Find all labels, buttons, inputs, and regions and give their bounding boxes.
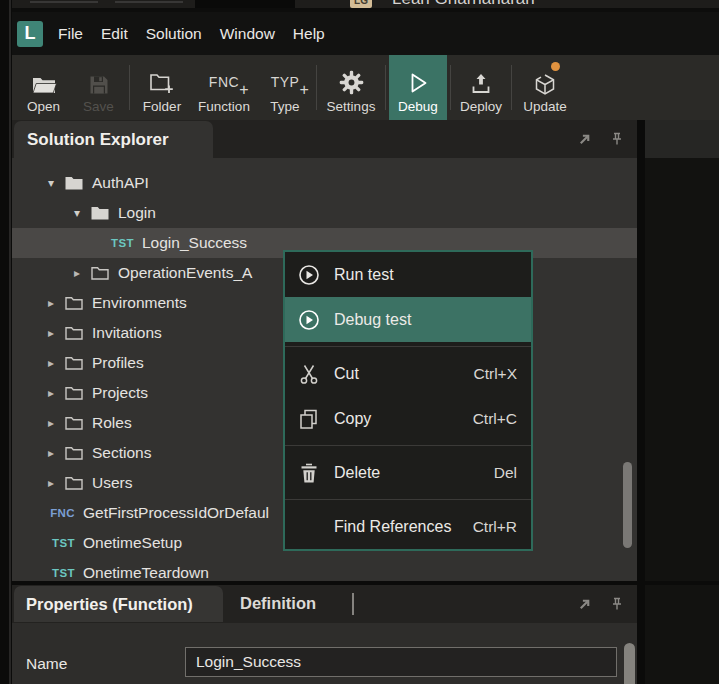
update-button[interactable]: Update: [515, 55, 575, 120]
chevron-right-icon[interactable]: ▸: [48, 416, 65, 430]
chevron-right-icon[interactable]: ▸: [48, 476, 65, 490]
tree-item-label: Environments: [92, 294, 187, 312]
name-input[interactable]: [185, 647, 617, 677]
debug-label: Debug: [398, 99, 438, 114]
menu-bar: L File Edit Solution Window Help: [12, 12, 719, 55]
folder-icon: [65, 356, 83, 370]
menu-separator: [285, 499, 531, 500]
tree-item-login[interactable]: ▾ Login: [12, 198, 637, 228]
menu-edit[interactable]: Edit: [92, 12, 137, 55]
menu-help[interactable]: Help: [284, 12, 334, 55]
menu-window[interactable]: Window: [211, 12, 284, 55]
function-badge: FNC: [49, 507, 75, 519]
menu-file[interactable]: File: [49, 12, 92, 55]
folder-open-icon: [91, 206, 109, 220]
new-function-button[interactable]: FNC+ Function: [191, 55, 257, 120]
scrollbar-thumb[interactable]: [624, 643, 635, 684]
menu-item-delete[interactable]: Delete Del: [285, 450, 531, 495]
save-icon: [88, 64, 110, 96]
chevron-right-icon[interactable]: ▸: [48, 296, 65, 310]
tab-divider: [352, 593, 354, 615]
menu-item-label: Debug test: [334, 311, 411, 329]
function-fnc-icon: FNC+: [209, 64, 239, 96]
menu-item-label: Cut: [334, 365, 359, 383]
popout-arrow-icon[interactable]: [577, 597, 592, 612]
tab-definition[interactable]: Definition: [240, 585, 316, 622]
menu-item-label: Copy: [334, 410, 371, 428]
folder-plus-icon: [149, 64, 175, 96]
tree-item-onetimeteardown[interactable]: TST OnetimeTeardown: [12, 558, 637, 581]
new-type-button[interactable]: TYP+ Type: [257, 55, 313, 120]
tree-item-label: Login_Success: [142, 234, 247, 252]
titlebar-fragment: [30, 1, 98, 3]
menu-item-cut[interactable]: Cut Ctrl+X: [285, 351, 531, 396]
user-avatar[interactable]: LG: [350, 0, 372, 8]
deploy-button[interactable]: Deploy: [454, 55, 508, 120]
tree-item-label: Invitations: [92, 324, 162, 342]
trash-icon: [297, 461, 321, 485]
debug-button[interactable]: Debug: [389, 55, 447, 120]
menu-solution[interactable]: Solution: [137, 12, 211, 55]
toolbar-separator: [129, 65, 130, 110]
save-button[interactable]: Save: [71, 55, 126, 120]
menu-item-debug-test[interactable]: Debug test: [285, 297, 531, 342]
chevron-down-icon[interactable]: ▾: [74, 206, 91, 220]
new-folder-button[interactable]: Folder: [133, 55, 191, 120]
chevron-down-icon[interactable]: ▾: [48, 176, 65, 190]
menu-item-shortcut: Ctrl+R: [473, 518, 517, 536]
menu-item-find-references[interactable]: Find References Ctrl+R: [285, 504, 531, 549]
chevron-right-icon[interactable]: ▸: [48, 356, 65, 370]
toolbar-separator: [511, 65, 512, 110]
menu-item-shortcut: Del: [494, 464, 517, 482]
scrollbar-thumb[interactable]: [623, 462, 632, 548]
chevron-right-icon[interactable]: ▸: [48, 386, 65, 400]
popout-arrow-icon[interactable]: [577, 132, 592, 147]
tree-item-authapi[interactable]: ▾ AuthAPI: [12, 168, 637, 198]
deploy-label: Deploy: [460, 99, 502, 114]
window-left-border: [0, 0, 12, 684]
properties-header: Properties (Function) Definition: [12, 585, 637, 623]
chevron-right-icon[interactable]: ▸: [48, 446, 65, 460]
test-badge: TST: [108, 237, 134, 249]
right-panel-bottom: [645, 585, 719, 684]
open-button[interactable]: Open: [16, 55, 71, 120]
folder-icon: [65, 386, 83, 400]
gear-icon: [338, 64, 365, 96]
menu-separator: [285, 346, 531, 347]
folder-icon: [65, 446, 83, 460]
folder-icon: [65, 326, 83, 340]
menu-separator: [285, 445, 531, 446]
solution-explorer-header: Solution Explorer: [12, 120, 637, 158]
toolbar-separator: [450, 65, 451, 110]
tree-item-label: OnetimeSetup: [83, 534, 182, 552]
copy-icon: [297, 407, 321, 431]
app-logo-icon: L: [17, 21, 43, 47]
menu-item-run-test[interactable]: Run test: [285, 252, 531, 297]
menu-item-label: Run test: [334, 266, 394, 284]
type-label: Type: [270, 99, 299, 114]
chevron-right-icon[interactable]: ▸: [74, 266, 91, 280]
settings-label: Settings: [327, 99, 376, 114]
tab-solution-explorer[interactable]: Solution Explorer: [14, 121, 213, 158]
tree-item-label: OperationEvents_A: [118, 264, 252, 282]
menu-item-copy[interactable]: Copy Ctrl+C: [285, 396, 531, 441]
test-badge: TST: [49, 537, 75, 549]
tree-item-label: Sections: [92, 444, 151, 462]
chevron-right-icon[interactable]: ▸: [48, 326, 65, 340]
toolbar-separator: [385, 65, 386, 110]
context-menu: Run test Debug test Cut Ctrl+X Copy Ctrl…: [283, 250, 533, 551]
tab-properties-function[interactable]: Properties (Function): [14, 586, 223, 622]
right-panel-column: [645, 120, 719, 684]
tree-item-label: Users: [92, 474, 132, 492]
pin-icon[interactable]: [609, 131, 625, 147]
open-label: Open: [27, 99, 60, 114]
pin-icon[interactable]: [609, 596, 625, 612]
settings-button[interactable]: Settings: [320, 55, 382, 120]
update-label: Update: [523, 99, 567, 114]
save-label: Save: [83, 99, 114, 114]
cube-icon: [533, 64, 557, 96]
tree-item-label: GetFirstProcessIdOrDefaul: [83, 504, 269, 522]
test-badge: TST: [49, 567, 75, 579]
titlebar-fragment: [115, 1, 183, 3]
empty-icon-slot: [297, 515, 321, 539]
